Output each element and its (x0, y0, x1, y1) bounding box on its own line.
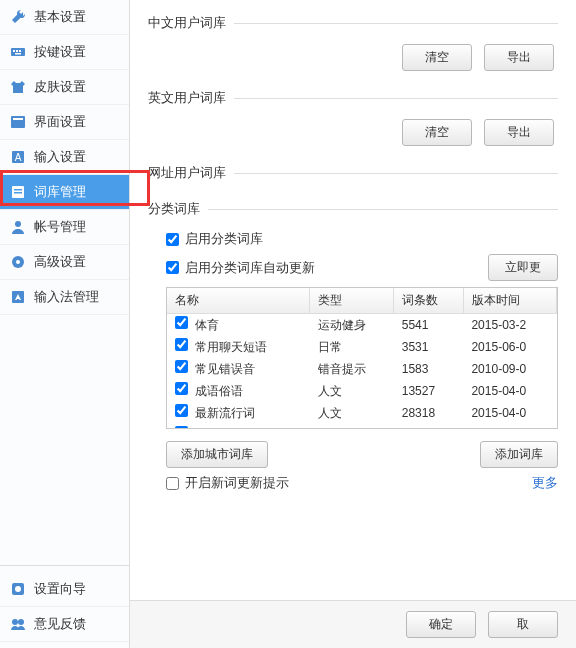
section-url-dict: 网址用户词库 (148, 164, 558, 182)
more-link[interactable]: 更多 (532, 474, 558, 492)
col-type[interactable]: 类型 (310, 288, 394, 314)
table-row[interactable]: 常见错误音错音提示15832010-09-0 (167, 358, 557, 380)
feedback-icon (10, 616, 26, 632)
user-icon (10, 219, 26, 235)
sidebar-label: 帐号管理 (34, 218, 86, 236)
section-title: 网址用户词库 (148, 164, 226, 182)
sidebar-item-input[interactable]: A 输入设置 (0, 140, 129, 175)
table-row[interactable]: 体育运动健身55412015-03-2 (167, 314, 557, 337)
sidebar-label: 词库管理 (34, 183, 86, 201)
col-name[interactable]: 名称 (167, 288, 310, 314)
sidebar-item-dict[interactable]: 词库管理 (0, 175, 129, 210)
cell-type: 运动健身 (310, 314, 394, 337)
cell-type: 音乐 (310, 424, 394, 429)
svg-point-18 (12, 619, 18, 625)
sidebar-item-account[interactable]: 帐号管理 (0, 210, 129, 245)
clear-button[interactable]: 清空 (402, 44, 472, 71)
layout-icon (10, 114, 26, 130)
section-en-dict: 英文用户词库 清空 导出 (148, 89, 558, 146)
ok-button[interactable]: 确定 (406, 611, 476, 638)
svg-rect-4 (15, 53, 21, 55)
table-row[interactable]: 常用聊天短语日常35312015-06-0 (167, 336, 557, 358)
shirt-icon (10, 79, 26, 95)
cell-count: 19914 (394, 424, 464, 429)
enable-cat-label: 启用分类词库 (185, 230, 263, 248)
svg-rect-6 (13, 118, 23, 120)
sidebar-item-ime[interactable]: 输入法管理 (0, 280, 129, 315)
svg-point-12 (15, 221, 21, 227)
wrench-icon (10, 9, 26, 25)
section-cn-dict: 中文用户词库 清空 导出 (148, 14, 558, 71)
svg-rect-2 (16, 50, 18, 52)
sidebar-item-basic[interactable]: 基本设置 (0, 0, 129, 35)
cell-date: 2010-09-0 (463, 358, 556, 380)
dict-icon (10, 184, 26, 200)
svg-point-17 (15, 586, 21, 592)
cell-date: 2015-06-0 (463, 336, 556, 358)
cell-count: 13527 (394, 380, 464, 402)
clear-button[interactable]: 清空 (402, 119, 472, 146)
sidebar-label: 按键设置 (34, 43, 86, 61)
sidebar-item-ui[interactable]: 界面设置 (0, 105, 129, 140)
sidebar-item-skin[interactable]: 皮肤设置 (0, 70, 129, 105)
export-button[interactable]: 导出 (484, 44, 554, 71)
section-title: 分类词库 (148, 200, 200, 218)
new-word-tip-label: 开启新词更新提示 (185, 474, 289, 492)
svg-rect-1 (13, 50, 15, 52)
row-checkbox[interactable] (175, 426, 188, 429)
row-checkbox[interactable] (175, 382, 188, 395)
svg-point-14 (16, 260, 20, 264)
row-checkbox[interactable] (175, 404, 188, 417)
sidebar-label: 高级设置 (34, 253, 86, 271)
sidebar-wizard[interactable]: 设置向导 (0, 572, 129, 607)
keyboard-icon (10, 44, 26, 60)
cell-type: 人文 (310, 402, 394, 424)
table-row[interactable]: 成语俗语人文135272015-04-0 (167, 380, 557, 402)
section-cat-dict: 分类词库 启用分类词库 启用分类词库自动更新 立即更 名称 类型 (148, 200, 558, 492)
svg-rect-10 (14, 189, 22, 191)
sidebar-label: 界面设置 (34, 113, 86, 131)
gear-icon (10, 254, 26, 270)
sidebar-label: 设置向导 (34, 580, 86, 598)
auto-update-label: 启用分类词库自动更新 (185, 259, 315, 277)
cell-date: 2015-03-2 (463, 314, 556, 337)
new-word-tip-checkbox[interactable] (166, 477, 179, 490)
sidebar-label: 皮肤设置 (34, 78, 86, 96)
cell-type: 日常 (310, 336, 394, 358)
add-dict-button[interactable]: 添加词库 (480, 441, 558, 468)
sidebar-label: 基本设置 (34, 8, 86, 26)
col-date[interactable]: 版本时间 (463, 288, 556, 314)
section-title: 中文用户词库 (148, 14, 226, 32)
sidebar-label: 意见反馈 (34, 615, 86, 633)
dict-table[interactable]: 名称 类型 词条数 版本时间 体育运动健身55412015-03-2 常用聊天短… (166, 287, 558, 429)
cell-type: 人文 (310, 380, 394, 402)
input-icon: A (10, 149, 26, 165)
ime-icon (10, 289, 26, 305)
table-row[interactable]: 最新流行词人文283182015-04-0 (167, 402, 557, 424)
sidebar: 基本设置 按键设置 皮肤设置 界面设置 A 输入设置 词库管理 (0, 0, 130, 648)
col-count[interactable]: 词条数 (394, 288, 464, 314)
sidebar-feedback[interactable]: 意见反馈 (0, 607, 129, 642)
sidebar-item-advanced[interactable]: 高级设置 (0, 245, 129, 280)
sidebar-label: 输入设置 (34, 148, 86, 166)
cell-count: 1583 (394, 358, 464, 380)
dialog-footer: 确定 取 (130, 600, 576, 648)
row-checkbox[interactable] (175, 316, 188, 329)
auto-update-checkbox[interactable] (166, 261, 179, 274)
cancel-button[interactable]: 取 (488, 611, 558, 638)
update-now-button[interactable]: 立即更 (488, 254, 558, 281)
cell-count: 3531 (394, 336, 464, 358)
add-city-button[interactable]: 添加城市词库 (166, 441, 268, 468)
svg-text:A: A (15, 152, 22, 163)
row-checkbox[interactable] (175, 360, 188, 373)
svg-point-19 (18, 619, 24, 625)
cell-type: 错音提示 (310, 358, 394, 380)
cell-date: 2015-04-0 (463, 380, 556, 402)
cell-count: 5541 (394, 314, 464, 337)
enable-cat-checkbox[interactable] (166, 233, 179, 246)
export-button[interactable]: 导出 (484, 119, 554, 146)
table-row[interactable]: 流行歌曲歌音乐199142015-03-2 (167, 424, 557, 429)
row-checkbox[interactable] (175, 338, 188, 351)
sidebar-item-keys[interactable]: 按键设置 (0, 35, 129, 70)
svg-rect-11 (14, 192, 22, 194)
